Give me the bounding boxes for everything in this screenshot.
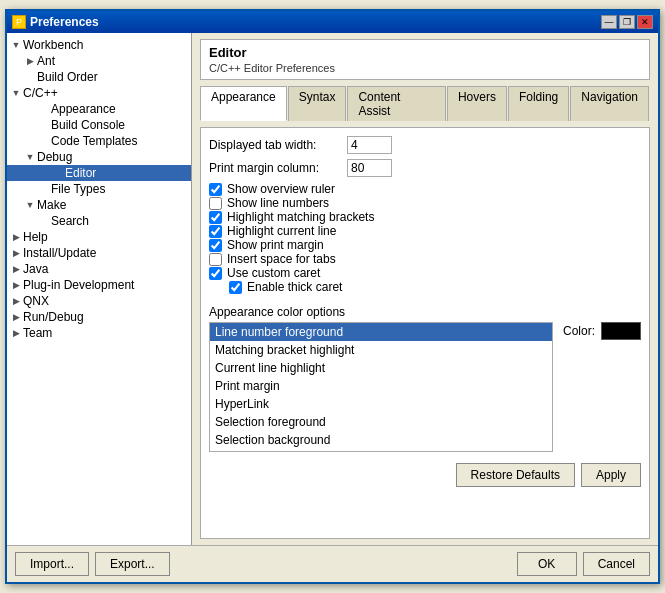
window-icon: P bbox=[12, 15, 26, 29]
ok-button[interactable]: OK bbox=[517, 552, 577, 576]
sidebar-item-build-order[interactable]: Build Order bbox=[7, 69, 191, 85]
tab-width-row: Displayed tab width: bbox=[209, 136, 641, 154]
restore-button[interactable]: ❐ bbox=[619, 15, 635, 29]
bottom-left: Import... Export... bbox=[15, 552, 170, 576]
checkbox-row-highlight-current-line: Highlight current line bbox=[209, 224, 641, 238]
expand-icon-team: ▶ bbox=[9, 328, 23, 338]
checkbox-show-print-margin[interactable] bbox=[209, 239, 222, 252]
tab-width-input[interactable] bbox=[347, 136, 392, 154]
color-item-hyperlink[interactable]: HyperLink bbox=[210, 395, 552, 413]
sidebar-item-debug[interactable]: ▼Debug bbox=[7, 149, 191, 165]
color-options-container: Line number foregroundMatching bracket h… bbox=[209, 322, 641, 452]
expand-icon-help: ▶ bbox=[9, 232, 23, 242]
color-options-section: Appearance color options Line number for… bbox=[209, 305, 641, 452]
checkbox-row-enable-thick-caret: Enable thick caret bbox=[229, 280, 641, 294]
tabs-row: AppearanceSyntaxContent AssistHoversFold… bbox=[200, 86, 650, 121]
panel-subtitle: C/C++ Editor Preferences bbox=[209, 62, 641, 74]
checkbox-label-highlight-current-line: Highlight current line bbox=[227, 224, 336, 238]
sidebar-item-editor[interactable]: Editor bbox=[7, 165, 191, 181]
window-bottom: Import... Export... OK Cancel bbox=[7, 545, 658, 582]
tab-appearance[interactable]: Appearance bbox=[200, 86, 287, 121]
sidebar-label-java: Java bbox=[23, 262, 191, 276]
window-body: ▼Workbench▶AntBuild Order▼C/C++Appearanc… bbox=[7, 33, 658, 582]
sidebar-item-code-templates[interactable]: Code Templates bbox=[7, 133, 191, 149]
tab-navigation[interactable]: Navigation bbox=[570, 86, 649, 121]
sidebar-label-search: Search bbox=[51, 214, 191, 228]
color-options-label: Appearance color options bbox=[209, 305, 641, 319]
checkbox-show-line-numbers[interactable] bbox=[209, 197, 222, 210]
print-margin-row: Print margin column: bbox=[209, 159, 641, 177]
sidebar-label-plugin-development: Plug-in Development bbox=[23, 278, 191, 292]
sidebar-label-editor: Editor bbox=[65, 166, 191, 180]
right-panel: Editor C/C++ Editor Preferences Appearan… bbox=[192, 33, 658, 545]
bottom-buttons-right: Restore Defaults Apply bbox=[209, 463, 641, 487]
expand-icon-qnx: ▶ bbox=[9, 296, 23, 306]
cancel-button[interactable]: Cancel bbox=[583, 552, 650, 576]
checkbox-highlight-current-line[interactable] bbox=[209, 225, 222, 238]
checkbox-use-custom-caret[interactable] bbox=[209, 267, 222, 280]
tab-width-label: Displayed tab width: bbox=[209, 138, 339, 152]
sidebar-item-team[interactable]: ▶Team bbox=[7, 325, 191, 341]
print-margin-label: Print margin column: bbox=[209, 161, 339, 175]
checkbox-label-show-line-numbers: Show line numbers bbox=[227, 196, 329, 210]
title-bar-left: P Preferences bbox=[12, 15, 99, 29]
sidebar-item-file-types[interactable]: File Types bbox=[7, 181, 191, 197]
sidebar-label-file-types: File Types bbox=[51, 182, 191, 196]
expand-icon-plugin-development: ▶ bbox=[9, 280, 23, 290]
color-swatch-row: Color: bbox=[563, 322, 641, 340]
restore-defaults-button[interactable]: Restore Defaults bbox=[456, 463, 575, 487]
expand-icon-debug: ▼ bbox=[23, 152, 37, 162]
sidebar-item-run-debug[interactable]: ▶Run/Debug bbox=[7, 309, 191, 325]
sidebar-item-search[interactable]: Search bbox=[7, 213, 191, 229]
expand-icon-make: ▼ bbox=[23, 200, 37, 210]
expand-icon-ant: ▶ bbox=[23, 56, 37, 66]
export-button[interactable]: Export... bbox=[95, 552, 170, 576]
import-button[interactable]: Import... bbox=[15, 552, 89, 576]
color-item-selection-foreground[interactable]: Selection foreground bbox=[210, 413, 552, 431]
color-item-current-line-highlight[interactable]: Current line highlight bbox=[210, 359, 552, 377]
tab-hovers[interactable]: Hovers bbox=[447, 86, 507, 121]
sidebar-item-install-update[interactable]: ▶Install/Update bbox=[7, 245, 191, 261]
sidebar-item-make[interactable]: ▼Make bbox=[7, 197, 191, 213]
checkbox-show-overview-ruler[interactable] bbox=[209, 183, 222, 196]
apply-button[interactable]: Apply bbox=[581, 463, 641, 487]
content-area: Displayed tab width: Print margin column… bbox=[200, 127, 650, 539]
sidebar-label-install-update: Install/Update bbox=[23, 246, 191, 260]
expand-icon-run-debug: ▶ bbox=[9, 312, 23, 322]
sidebar-item-plugin-development[interactable]: ▶Plug-in Development bbox=[7, 277, 191, 293]
color-item-selection-background[interactable]: Selection background bbox=[210, 431, 552, 449]
sidebar-label-qnx: QNX bbox=[23, 294, 191, 308]
sidebar-item-c-cpp[interactable]: ▼C/C++ bbox=[7, 85, 191, 101]
tab-content-assist[interactable]: Content Assist bbox=[347, 86, 446, 121]
sidebar-item-ant[interactable]: ▶Ant bbox=[7, 53, 191, 69]
color-item-line-number-foreground[interactable]: Line number foreground bbox=[210, 323, 552, 341]
sidebar-label-ant: Ant bbox=[37, 54, 191, 68]
checkbox-label-highlight-matching-brackets: Highlight matching brackets bbox=[227, 210, 374, 224]
tab-syntax[interactable]: Syntax bbox=[288, 86, 347, 121]
color-item-print-margin[interactable]: Print margin bbox=[210, 377, 552, 395]
checkbox-label-insert-space-for-tabs: Insert space for tabs bbox=[227, 252, 336, 266]
minimize-button[interactable]: — bbox=[601, 15, 617, 29]
checkbox-insert-space-for-tabs[interactable] bbox=[209, 253, 222, 266]
checkbox-row-highlight-matching-brackets: Highlight matching brackets bbox=[209, 210, 641, 224]
close-button[interactable]: ✕ bbox=[637, 15, 653, 29]
checkbox-highlight-matching-brackets[interactable] bbox=[209, 211, 222, 224]
sidebar-item-qnx[interactable]: ▶QNX bbox=[7, 293, 191, 309]
sidebar-item-help[interactable]: ▶Help bbox=[7, 229, 191, 245]
sidebar-item-build-console[interactable]: Build Console bbox=[7, 117, 191, 133]
checkbox-row-show-overview-ruler: Show overview ruler bbox=[209, 182, 641, 196]
checkbox-enable-thick-caret[interactable] bbox=[229, 281, 242, 294]
color-item-matching-bracket-highlight[interactable]: Matching bracket highlight bbox=[210, 341, 552, 359]
print-margin-input[interactable] bbox=[347, 159, 392, 177]
tab-folding[interactable]: Folding bbox=[508, 86, 569, 121]
checkbox-label-use-custom-caret: Use custom caret bbox=[227, 266, 320, 280]
sidebar-item-java[interactable]: ▶Java bbox=[7, 261, 191, 277]
panel-header: Editor C/C++ Editor Preferences bbox=[200, 39, 650, 80]
color-right: Color: bbox=[563, 322, 641, 340]
sidebar-item-workbench[interactable]: ▼Workbench bbox=[7, 37, 191, 53]
checkbox-row-use-custom-caret: Use custom caret bbox=[209, 266, 641, 280]
color-swatch[interactable] bbox=[601, 322, 641, 340]
checkbox-label-show-overview-ruler: Show overview ruler bbox=[227, 182, 335, 196]
window-title: Preferences bbox=[30, 15, 99, 29]
sidebar-item-appearance[interactable]: Appearance bbox=[7, 101, 191, 117]
